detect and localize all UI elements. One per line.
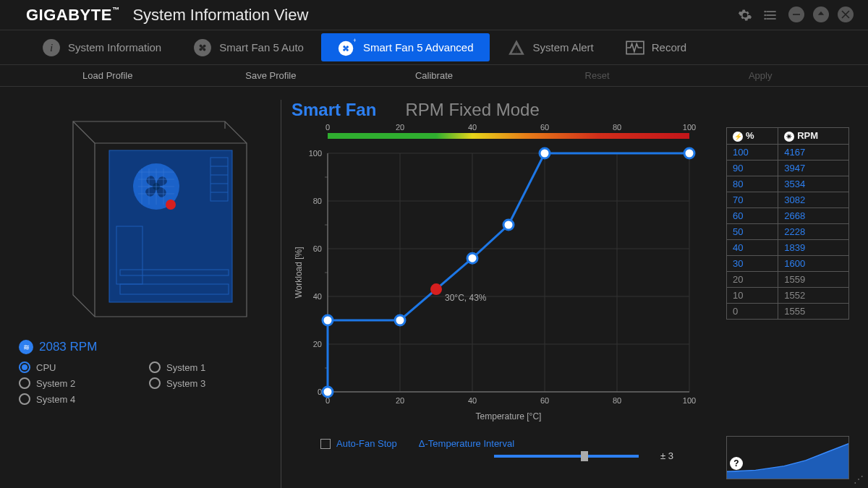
svg-text:30°C, 43%: 30°C, 43% <box>445 293 487 303</box>
sensor-system-2[interactable]: System 2 <box>19 377 142 389</box>
apply-button[interactable]: Apply <box>678 70 842 81</box>
table-row[interactable]: 01555 <box>727 303 849 319</box>
reset-button[interactable]: Reset <box>516 70 679 81</box>
rpm-history-sparkline: ? <box>726 436 849 479</box>
table-row[interactable]: 703082 <box>727 192 849 207</box>
svg-point-4 <box>764 14 766 16</box>
fan-icon <box>193 38 212 57</box>
sensor-label: System 4 <box>36 394 75 405</box>
cell-rpm: 3082 <box>778 192 849 207</box>
load-profile-button[interactable]: Load Profile <box>26 70 190 81</box>
svg-text:40: 40 <box>468 124 477 132</box>
fan-small-icon: ✳ <box>784 132 794 142</box>
svg-rect-35 <box>328 133 689 139</box>
tab-label: System Alert <box>533 41 594 53</box>
svg-rect-6 <box>793 14 800 15</box>
svg-text:Workload [%]: Workload [%] <box>294 247 304 298</box>
checkbox-icon <box>320 439 331 449</box>
mode-smart-fan[interactable]: Smart Fan <box>292 100 376 120</box>
tab-label: Smart Fan 5 Advanced <box>363 41 474 53</box>
table-row[interactable]: 903947 <box>727 160 849 176</box>
svg-rect-0 <box>766 11 775 12</box>
tab-system-alert[interactable]: System Alert <box>491 30 610 64</box>
tab-smart-fan-auto[interactable]: Smart Fan 5 Auto <box>177 30 320 64</box>
fan-curve-chart[interactable]: 020406080100020406080100020406080100Temp… <box>292 124 718 431</box>
window-controls <box>736 7 854 24</box>
mode-switch: Smart Fan RPM Fixed Mode <box>292 100 718 120</box>
svg-text:Temperature [°C]: Temperature [°C] <box>476 411 542 421</box>
cell-rpm: 1555 <box>778 303 849 319</box>
cell-rpm: 3534 <box>778 176 849 192</box>
list-menu-icon[interactable] <box>762 7 780 24</box>
sensor-list: CPU System 1 System 2 System 3 System 4 <box>19 361 272 405</box>
cell-percent: 30 <box>727 255 778 271</box>
delta-temp-control: Δ-Temperature Interval <box>419 438 514 449</box>
close-icon[interactable] <box>838 7 854 22</box>
svg-text:60: 60 <box>540 124 549 132</box>
svg-text:100: 100 <box>683 124 696 132</box>
save-profile-button[interactable]: Save Profile <box>190 70 353 81</box>
sensor-label: System 2 <box>36 378 75 389</box>
col-rpm: ✳RPM <box>778 128 849 145</box>
table-row[interactable]: 301600 <box>727 255 849 271</box>
cell-rpm: 2228 <box>778 223 849 239</box>
resize-grip-icon[interactable]: ⋰ <box>854 474 864 485</box>
delta-temp-label: Δ-Temperature Interval <box>419 438 514 449</box>
cell-percent: 80 <box>727 176 778 192</box>
table-row[interactable]: 101552 <box>727 287 849 303</box>
tab-label: System Information <box>68 41 161 53</box>
checkbox-label: Auto-Fan Stop <box>336 438 397 449</box>
svg-text:100: 100 <box>683 396 696 405</box>
help-icon[interactable]: ? <box>730 457 743 470</box>
rpm-table: ⚡% ✳RPM 10041679039478035347030826026685… <box>726 127 849 320</box>
table-row[interactable]: 1004167 <box>727 144 849 160</box>
cell-rpm: 4167 <box>778 144 849 160</box>
sensor-system-3[interactable]: System 3 <box>149 377 272 389</box>
table-row[interactable]: 803534 <box>727 176 849 192</box>
main-tabs: i System Information Smart Fan 5 Auto + … <box>0 30 868 65</box>
auto-fan-stop-checkbox[interactable]: Auto-Fan Stop <box>320 438 397 449</box>
case-illustration <box>37 100 254 331</box>
delta-temp-slider[interactable] <box>494 455 639 458</box>
radio-icon <box>149 361 161 373</box>
svg-text:i: i <box>50 41 53 53</box>
svg-text:20: 20 <box>313 340 322 348</box>
current-rpm-readout: ≋ 2083 RPM <box>19 340 272 354</box>
settings-gear-icon[interactable] <box>736 7 754 24</box>
mode-rpm-fixed[interactable]: RPM Fixed Mode <box>405 100 539 120</box>
table-row[interactable]: 201559 <box>727 271 849 287</box>
expand-icon[interactable] <box>813 7 829 22</box>
cell-percent: 0 <box>727 303 778 319</box>
current-rpm-value: 2083 RPM <box>39 340 97 354</box>
sensor-cpu[interactable]: CPU <box>19 361 142 373</box>
svg-point-76 <box>323 315 333 325</box>
svg-point-80 <box>540 148 550 158</box>
tab-label: Record <box>652 41 686 53</box>
cell-percent: 70 <box>727 192 778 207</box>
svg-text:0: 0 <box>326 124 330 132</box>
cell-percent: 90 <box>727 160 778 176</box>
tab-record[interactable]: Record <box>610 30 702 64</box>
table-row[interactable]: 401839 <box>727 239 849 255</box>
cell-percent: 10 <box>727 287 778 303</box>
minimize-icon[interactable] <box>788 7 804 22</box>
svg-point-77 <box>395 315 405 325</box>
fan-speed-icon: ≋ <box>19 340 33 354</box>
cell-rpm: 1600 <box>778 255 849 271</box>
tab-smart-fan-advanced[interactable]: + Smart Fan 5 Advanced <box>321 33 490 61</box>
sensor-label: System 3 <box>166 378 205 389</box>
calibrate-button[interactable]: Calibrate <box>352 70 516 81</box>
cell-rpm: 2668 <box>778 207 849 223</box>
sensor-system-1[interactable]: System 1 <box>149 361 272 373</box>
table-row[interactable]: 502228 <box>727 223 849 239</box>
svg-text:80: 80 <box>613 124 621 132</box>
sensor-system-4[interactable]: System 4 <box>19 393 142 405</box>
svg-point-3 <box>764 10 766 12</box>
table-row[interactable]: 602668 <box>727 207 849 223</box>
sensor-label: System 1 <box>166 362 205 373</box>
tab-system-information[interactable]: i System Information <box>26 30 177 64</box>
slider-thumb-icon[interactable] <box>581 451 588 461</box>
svg-text:80: 80 <box>313 197 322 205</box>
cell-rpm: 1559 <box>778 271 849 287</box>
title-bar: GIGABYTE™ System Information View <box>0 0 868 30</box>
